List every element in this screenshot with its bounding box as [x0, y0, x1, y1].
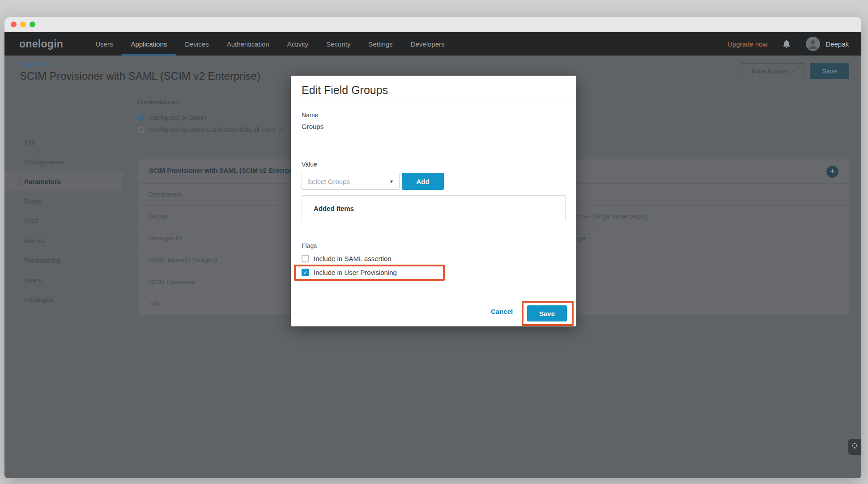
- sidebar-item-rules[interactable]: Rules: [24, 196, 41, 206]
- flags-label: Flags: [302, 242, 317, 249]
- sidebar-item-info[interactable]: Info: [24, 137, 35, 147]
- navbar-right: Upgrade now Deepak: [728, 37, 861, 51]
- added-items-label: Added Items: [314, 205, 354, 212]
- sidebar-item-users[interactable]: Users: [24, 275, 42, 285]
- sidebar-item-parameters[interactable]: Parameters: [24, 176, 61, 186]
- modal-footer-divider: [291, 297, 576, 297]
- onelogin-logo: onelogin: [19, 38, 63, 50]
- nav-menu: Users Applications Devices Authenticatio…: [86, 32, 453, 56]
- add-parameter-button[interactable]: +: [826, 166, 838, 178]
- parameters-table-header-label: SCIM Provisioner with SAML (SCIM v2 Ente…: [149, 167, 297, 174]
- sidebar-item-provisioning[interactable]: Provisioning: [24, 255, 61, 265]
- nav-item-authentication[interactable]: Authentication: [218, 32, 278, 56]
- edit-field-groups-modal: Edit Field Groups Name Groups Value Sele…: [291, 76, 576, 326]
- sidebar-item-sso[interactable]: SSO: [24, 216, 38, 226]
- sidebar-active-indicator: [19, 176, 20, 186]
- nav-item-developers[interactable]: Developers: [402, 32, 454, 56]
- nav-item-applications[interactable]: Applications: [122, 32, 176, 56]
- lightbulb-icon: [851, 443, 858, 451]
- nav-item-settings[interactable]: Settings: [359, 32, 401, 56]
- close-window-button[interactable]: [11, 21, 17, 27]
- notifications-bell-icon[interactable]: [783, 39, 791, 48]
- nav-item-security[interactable]: Security: [317, 32, 359, 56]
- browser-window: onelogin Users Applications Devices Auth…: [4, 17, 861, 478]
- radio-configured-by-admin-label: Configured by admin: [149, 114, 207, 121]
- modal-title: Edit Field Groups: [302, 84, 388, 97]
- radio-configured-shared-label: Configured by admins and shared by all u…: [149, 126, 284, 133]
- window-titlebar: [4, 17, 861, 32]
- check-icon: ✓: [303, 269, 308, 276]
- top-navbar: onelogin Users Applications Devices Auth…: [4, 32, 861, 56]
- radio-configured-shared[interactable]: [138, 127, 145, 133]
- screen: onelogin Users Applications Devices Auth…: [0, 0, 868, 484]
- app-sidebar: Info Configuration Parameters Rules SSO …: [4, 91, 123, 342]
- avatar: [806, 37, 820, 51]
- row-value-fragment: ger -: [578, 235, 591, 242]
- checkbox-include-saml-assertion[interactable]: [302, 255, 309, 262]
- zoom-window-button[interactable]: [30, 21, 35, 27]
- credentials-are-label: Credentials are: [137, 99, 180, 106]
- help-guide-tab[interactable]: [848, 439, 861, 455]
- name-label: Name: [302, 111, 318, 119]
- page-title: SCIM Provisioner with SAML (SCIM v2 Ente…: [20, 70, 260, 82]
- checkbox-include-user-provisioning[interactable]: ✓: [302, 269, 309, 276]
- value-label: Value: [302, 161, 317, 168]
- radio-configured-by-admin[interactable]: [138, 115, 145, 121]
- row-value-fragment: rm-- (Single value output): [578, 213, 649, 220]
- breadcrumb[interactable]: Applications /: [20, 60, 57, 68]
- sidebar-item-configuration[interactable]: Configuration: [24, 157, 64, 167]
- add-button[interactable]: Add: [402, 173, 444, 190]
- modal-divider: [291, 102, 576, 102]
- dropdown-caret-icon: ▼: [389, 179, 394, 184]
- more-actions-label: More Actions: [752, 68, 788, 75]
- upgrade-now-link[interactable]: Upgrade now: [728, 40, 767, 48]
- plus-icon: +: [830, 167, 835, 176]
- modal-save-button[interactable]: Save: [527, 305, 567, 321]
- minimize-window-button[interactable]: [20, 21, 26, 27]
- sidebar-selected-band: [4, 172, 123, 191]
- nav-item-users[interactable]: Users: [86, 32, 122, 56]
- nav-item-devices[interactable]: Devices: [176, 32, 217, 56]
- user-menu[interactable]: Deepak: [806, 37, 849, 51]
- chevron-down-icon: ▾: [791, 69, 793, 74]
- checkbox-include-saml-assertion-label: Include in SAML assertion: [314, 255, 391, 262]
- app-save-button[interactable]: Save: [810, 63, 849, 79]
- person-icon: [806, 37, 820, 51]
- sidebar-item-access[interactable]: Access: [24, 236, 46, 245]
- select-groups-dropdown[interactable]: Select Groups ▼: [302, 173, 400, 190]
- checkbox-include-user-provisioning-label: Include in User Provisioning: [314, 269, 397, 276]
- more-actions-button[interactable]: More Actions ▾: [741, 63, 804, 79]
- user-name: Deepak: [825, 40, 849, 48]
- cancel-button[interactable]: Cancel: [491, 308, 513, 315]
- nav-item-activity[interactable]: Activity: [278, 32, 318, 56]
- name-value: Groups: [302, 123, 323, 130]
- added-items-box: Added Items: [302, 195, 566, 221]
- select-groups-placeholder: Select Groups: [307, 178, 350, 185]
- traffic-lights: [11, 21, 35, 27]
- sidebar-item-privileges[interactable]: Privileges: [24, 295, 53, 304]
